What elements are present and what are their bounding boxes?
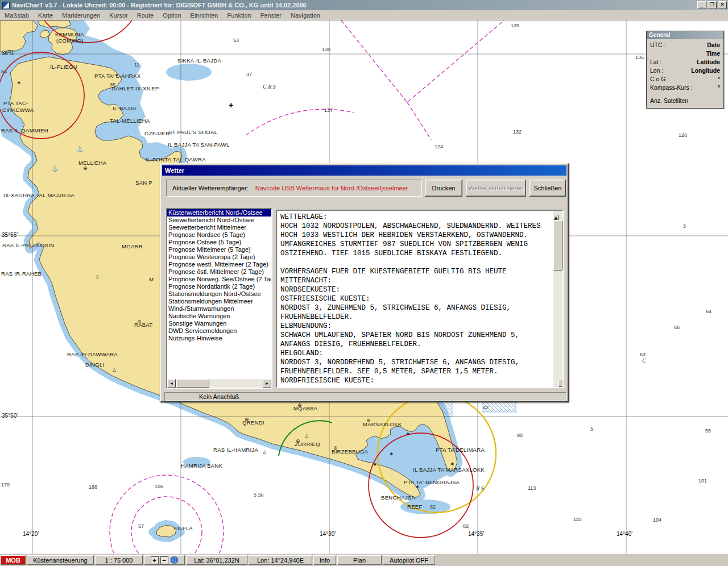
- general-panel-row: Lon : Longitude: [648, 66, 722, 75]
- weather-list-item[interactable]: Stationsmeldungen Nord-/Ostsee: [167, 290, 271, 298]
- menu-item[interactable]: Navigation: [286, 11, 325, 20]
- status-bar: MOB Küstenansteuerung 1 : 75 000 + − Lat…: [0, 553, 728, 566]
- menu-item[interactable]: Route: [133, 11, 158, 20]
- general-row-label: C o G :: [650, 76, 669, 83]
- print-button[interactable]: Drucken: [425, 180, 462, 197]
- close-button[interactable]: ✕: [718, 1, 727, 9]
- report-line: NORDFRIESISCHE KUESTE:: [280, 376, 553, 385]
- weather-list-item[interactable]: Prognose Westeuropa (2 Tage): [167, 253, 271, 261]
- close-dialog-button[interactable]: Schließen: [530, 180, 566, 197]
- weather-list-item[interactable]: Nautische Warnungen: [167, 313, 271, 320]
- report-line: HOCH 1033 WESTLICH DER HEBRIDEN VERSTAER…: [280, 231, 553, 240]
- weather-list-item[interactable]: Prognose Mittelmeer (5 Tage): [167, 246, 271, 253]
- chart-scale-button[interactable]: 1 : 75 000: [95, 555, 143, 565]
- weather-report-list[interactable]: Küstenwetterbericht Nord-/OstseeSeewette…: [166, 208, 272, 389]
- general-panel-row: Time: [648, 49, 722, 58]
- general-row-value: °: [718, 84, 720, 91]
- scrollbar-thumb[interactable]: [176, 379, 209, 388]
- general-panel-row: UTC : Date: [648, 41, 722, 49]
- info-button[interactable]: Info: [313, 555, 336, 565]
- vertical-scrollbar[interactable]: ▲ ▼: [553, 211, 562, 387]
- general-row-label: Lon :: [650, 67, 663, 74]
- report-line: FRUEHNEBELFELDER. SEE 0,5 METER, SPAETER…: [280, 367, 553, 376]
- steering-mode-button[interactable]: Küstenansteuerung: [27, 555, 94, 565]
- general-row-value: Latitude: [697, 59, 720, 66]
- weather-report-text[interactable]: WETTERLAGE:HOCH 1032 NORDOSTPOLEN, ABSCH…: [276, 210, 564, 388]
- weather-list-item[interactable]: Prognose östl. Mittelmeer (2 Tage): [167, 268, 271, 276]
- longitude-readout: Lon: 14°24,940E: [249, 555, 312, 565]
- zoom-in-icon[interactable]: +: [151, 556, 159, 564]
- report-line: [280, 258, 553, 267]
- general-row-value: Date: [707, 41, 720, 49]
- report-line: NORDSEEKUESTE:: [280, 285, 553, 294]
- plan-button[interactable]: Plan: [337, 555, 382, 565]
- autopilot-button[interactable]: Autopilot OFF: [383, 555, 435, 565]
- receiver-label: Aktueller Wetterempfänger:: [172, 185, 249, 192]
- general-panel-row: Kompass-Kurs : °: [648, 84, 722, 92]
- weather-list-item[interactable]: Seewetterbericht Mittelmeer: [167, 224, 271, 231]
- scroll-up-icon[interactable]: ▲: [553, 215, 559, 220]
- weather-list-item[interactable]: Stationsmeldungen Mittelmeer: [167, 298, 271, 305]
- report-line: MITTERNACHT:: [280, 276, 553, 285]
- menu-item[interactable]: Fenster: [256, 11, 286, 20]
- scroll-left-icon[interactable]: ◄: [167, 379, 176, 388]
- weather-list-item[interactable]: Nutzungs-Hinweise: [167, 335, 271, 342]
- menu-item[interactable]: Karte: [34, 11, 57, 20]
- general-row-value: [718, 97, 720, 105]
- menu-item[interactable]: Maßstab: [0, 11, 34, 20]
- weather-dialog-titlebar[interactable]: Wetter: [162, 165, 566, 176]
- general-row-label: UTC :: [650, 41, 665, 49]
- update-weather-button[interactable]: Wetter aktualisieren: [466, 180, 526, 197]
- general-panel: General UTC : Date Time Lat : Latitude: [646, 31, 724, 109]
- weather-list-item[interactable]: Prognose Nordatlantik (2 Tage): [167, 283, 271, 290]
- general-row-value: Longitude: [691, 67, 720, 74]
- menu-item[interactable]: Markierungen: [57, 11, 105, 20]
- weather-list-item[interactable]: Prognose Ostsee (5 Tage): [167, 239, 271, 246]
- zoom-out-icon[interactable]: −: [160, 556, 168, 564]
- title-bar: NaviCharT v3.7 - Lokale Uhrzeit: 00:00 -…: [0, 0, 728, 10]
- weather-list-item[interactable]: Küstenwetterbericht Nord-/Ostsee: [167, 209, 271, 217]
- globe-icon[interactable]: [170, 556, 179, 564]
- report-line: NORDOST 3, NORDDREHEND 5, STRICHWEISE 6,…: [280, 358, 553, 367]
- report-line: ANFANGS DIESIG, FRUEHNEBELFELDER.: [280, 340, 553, 349]
- statusbar-filler: [436, 555, 727, 565]
- weather-list-item[interactable]: Seewetterbericht Nord-/Ostsee: [167, 217, 271, 224]
- minimize-button[interactable]: _: [697, 1, 706, 9]
- weather-list-item[interactable]: Wind-/Sturmwarnungen: [167, 305, 271, 313]
- maximize-button[interactable]: ❐: [708, 1, 717, 9]
- weather-list-item[interactable]: Prognose westl. Mittelmeer (2 Tage): [167, 261, 271, 268]
- report-line: VORHERSAGEN FUER DIE KUESTENGEBIETE GUEL…: [280, 267, 553, 276]
- menu-item[interactable]: Option: [158, 11, 185, 20]
- report-line: OSTZIEHEND. TIEF 1015 SUEDLICHE BISKAYA …: [280, 249, 553, 258]
- mob-button[interactable]: MOB: [1, 555, 26, 565]
- report-line: WETTERLAGE:: [280, 213, 553, 222]
- latitude-readout: Lat: 36°01,232N: [186, 555, 247, 565]
- menu-item[interactable]: Einrichten: [186, 11, 223, 20]
- report-line: UMFANGREICHES STURMTIEF 987 SUEDLICH VON…: [280, 240, 553, 249]
- report-line: HELGOLAND:: [280, 349, 553, 358]
- general-row-label: Anz. Satelliten: [650, 97, 688, 105]
- horizontal-scrollbar[interactable]: ◄ ►: [167, 379, 271, 388]
- weather-receiver-field: Aktueller Wetterempfänger: Navcode USB W…: [166, 180, 422, 197]
- report-line: HOCH 1032 NORDOSTPOLEN, ABSCHWAECHEND, S…: [280, 222, 553, 231]
- general-row-label: Kompass-Kurs :: [650, 84, 693, 91]
- general-panel-title: General: [647, 31, 723, 39]
- weather-list-item[interactable]: Prognose Norweg. See/Ostsee (2 Tage): [167, 276, 271, 283]
- dialog-status-bar: Kein Anschluß: [164, 392, 566, 401]
- menu-item[interactable]: Funktion: [222, 11, 255, 20]
- weather-list-item[interactable]: DWD Servicemeldungen: [167, 327, 271, 335]
- weather-list-item[interactable]: Sonstige Warnungen: [167, 320, 271, 327]
- report-line: FRUEHNEBELFELDER.: [280, 313, 553, 322]
- menu-item[interactable]: Kursor: [105, 11, 132, 20]
- general-panel-row: Anz. Satelliten: [648, 97, 722, 105]
- report-line: ELBMUENDUNG:: [280, 322, 553, 331]
- app-icon: [2, 2, 10, 9]
- general-row-value: °: [718, 76, 720, 83]
- weather-list-item[interactable]: Prognose Nordsee (5 Tage): [167, 231, 271, 239]
- menu-bar: MaßstabKarteMarkierungenKursorRouteOptio…: [0, 10, 728, 20]
- scroll-down-icon[interactable]: ▼: [559, 378, 564, 387]
- scroll-right-icon[interactable]: ►: [263, 379, 271, 388]
- zoom-controls: + −: [144, 555, 185, 565]
- general-row-label: [650, 50, 652, 57]
- scrollbar-thumb[interactable]: [553, 220, 562, 270]
